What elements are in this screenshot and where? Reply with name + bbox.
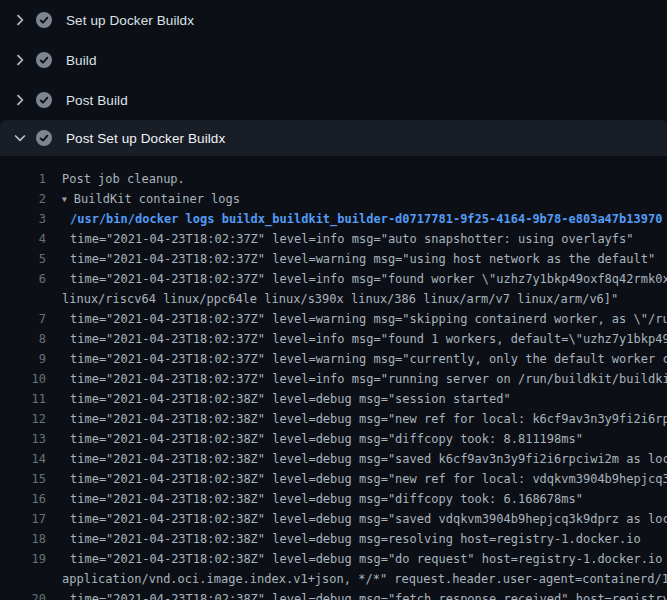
log-row: 12time="2021-04-23T18:02:38Z" level=debu… (0, 409, 667, 429)
log-row: 10time="2021-04-23T18:02:37Z" level=info… (0, 369, 667, 389)
chevron-down-icon[interactable] (12, 130, 28, 146)
log-line-text: time="2021-04-23T18:02:37Z" level=info m… (62, 329, 667, 349)
line-number[interactable]: 11 (0, 389, 46, 409)
step-row[interactable]: Set up Docker Buildx (0, 0, 667, 40)
log-line-text: time="2021-04-23T18:02:38Z" level=debug … (62, 389, 511, 409)
log-line-text: time="2021-04-23T18:02:37Z" level=warnin… (62, 309, 667, 329)
line-number[interactable]: 12 (0, 409, 46, 429)
line-number[interactable]: 7 (0, 309, 46, 329)
log-line-text: time="2021-04-23T18:02:37Z" level=warnin… (62, 249, 655, 269)
check-circle-icon (36, 130, 52, 146)
log-line-text: time="2021-04-23T18:02:38Z" level=debug … (62, 549, 667, 569)
log-line-text: time="2021-04-23T18:02:38Z" level=debug … (62, 529, 641, 549)
line-number[interactable]: 3 (0, 209, 46, 229)
log-group-label: BuildKit container logs (74, 192, 240, 206)
log-row: 5time="2021-04-23T18:02:37Z" level=warni… (0, 249, 667, 269)
chevron-right-icon[interactable] (12, 52, 28, 68)
log-line-text: time="2021-04-23T18:02:38Z" level=debug … (62, 489, 583, 509)
log-line-text: time="2021-04-23T18:02:38Z" level=debug … (62, 409, 667, 429)
line-number[interactable]: 10 (0, 369, 46, 389)
line-number[interactable]: 4 (0, 229, 46, 249)
step-row[interactable]: Post Set up Docker Buildx (0, 120, 667, 156)
line-number[interactable]: 19 (0, 549, 46, 569)
step-label: Post Set up Docker Buildx (66, 131, 225, 146)
step-row[interactable]: Build (0, 40, 667, 80)
step-label: Build (66, 53, 97, 68)
check-circle-icon (36, 92, 52, 108)
log-row: 9time="2021-04-23T18:02:37Z" level=warni… (0, 349, 667, 369)
line-number[interactable]: 5 (0, 249, 46, 269)
log-command-text: /usr/bin/docker logs buildx_buildkit_bui… (62, 209, 662, 229)
log-row: 6time="2021-04-23T18:02:37Z" level=info … (0, 269, 667, 289)
log-line-text: time="2021-04-23T18:02:37Z" level=info m… (62, 269, 667, 289)
log-row: 19time="2021-04-23T18:02:38Z" level=debu… (0, 549, 667, 569)
actions-log-viewer: Set up Docker BuildxBuildPost BuildPost … (0, 0, 667, 600)
step-row[interactable]: Post Build (0, 80, 667, 120)
log-line-text: time="2021-04-23T18:02:38Z" level=debug … (62, 429, 583, 449)
line-number[interactable]: 15 (0, 469, 46, 489)
line-number[interactable] (0, 289, 46, 309)
log-row: 1Post job cleanup. (0, 169, 667, 189)
log-line-text: time="2021-04-23T18:02:38Z" level=debug … (62, 469, 667, 489)
log-row: 20time="2021-04-23T18:02:38Z" level=debu… (0, 589, 667, 600)
line-number[interactable]: 1 (0, 169, 46, 189)
log-line-text: time="2021-04-23T18:02:37Z" level=info m… (62, 229, 634, 249)
log-row: 14time="2021-04-23T18:02:38Z" level=debu… (0, 449, 667, 469)
log-row: 17time="2021-04-23T18:02:38Z" level=debu… (0, 509, 667, 529)
log-panel: 1Post job cleanup.2▼BuildKit container l… (0, 156, 667, 600)
line-number[interactable]: 8 (0, 329, 46, 349)
log-row: 18time="2021-04-23T18:02:38Z" level=debu… (0, 529, 667, 549)
check-circle-icon (36, 52, 52, 68)
log-line-text: linux/riscv64 linux/ppc64le linux/s390x … (62, 289, 618, 309)
line-number[interactable] (0, 569, 46, 589)
line-number[interactable]: 6 (0, 269, 46, 289)
line-number[interactable]: 2 (0, 189, 46, 209)
log-row: 4time="2021-04-23T18:02:37Z" level=info … (0, 229, 667, 249)
log-row: 11time="2021-04-23T18:02:38Z" level=debu… (0, 389, 667, 409)
log-row: linux/riscv64 linux/ppc64le linux/s390x … (0, 289, 667, 309)
log-line-text: Post job cleanup. (62, 169, 185, 189)
log-row: 7time="2021-04-23T18:02:37Z" level=warni… (0, 309, 667, 329)
steps-list: Set up Docker BuildxBuildPost BuildPost … (0, 0, 667, 156)
log-line-text: time="2021-04-23T18:02:38Z" level=debug … (62, 509, 667, 529)
log-row: 2▼BuildKit container logs (0, 189, 667, 209)
chevron-right-icon[interactable] (12, 12, 28, 28)
log-line-text: time="2021-04-23T18:02:37Z" level=info m… (62, 369, 667, 389)
check-circle-icon (36, 12, 52, 28)
line-number[interactable]: 17 (0, 509, 46, 529)
line-number[interactable]: 14 (0, 449, 46, 469)
step-label: Post Build (66, 93, 128, 108)
line-number[interactable]: 16 (0, 489, 46, 509)
log-line-text: time="2021-04-23T18:02:38Z" level=debug … (62, 589, 667, 600)
line-number[interactable]: 18 (0, 529, 46, 549)
log-line-text: time="2021-04-23T18:02:37Z" level=warnin… (62, 349, 667, 369)
log-row: application/vnd.oci.image.index.v1+json,… (0, 569, 667, 589)
log-row: 13time="2021-04-23T18:02:38Z" level=debu… (0, 429, 667, 449)
log-group-header[interactable]: ▼BuildKit container logs (62, 189, 240, 209)
log-line-text: application/vnd.oci.image.index.v1+json,… (62, 569, 667, 589)
log-row: 3/usr/bin/docker logs buildx_buildkit_bu… (0, 209, 667, 229)
line-number[interactable]: 13 (0, 429, 46, 449)
line-number[interactable]: 9 (0, 349, 46, 369)
step-label: Set up Docker Buildx (66, 13, 194, 28)
line-number[interactable]: 20 (0, 589, 46, 600)
log-row: 15time="2021-04-23T18:02:38Z" level=debu… (0, 469, 667, 489)
log-row: 16time="2021-04-23T18:02:38Z" level=debu… (0, 489, 667, 509)
log-row: 8time="2021-04-23T18:02:37Z" level=info … (0, 329, 667, 349)
log-line-text: time="2021-04-23T18:02:38Z" level=debug … (62, 449, 667, 469)
chevron-right-icon[interactable] (12, 92, 28, 108)
collapse-triangle-icon[interactable]: ▼ (62, 190, 67, 210)
